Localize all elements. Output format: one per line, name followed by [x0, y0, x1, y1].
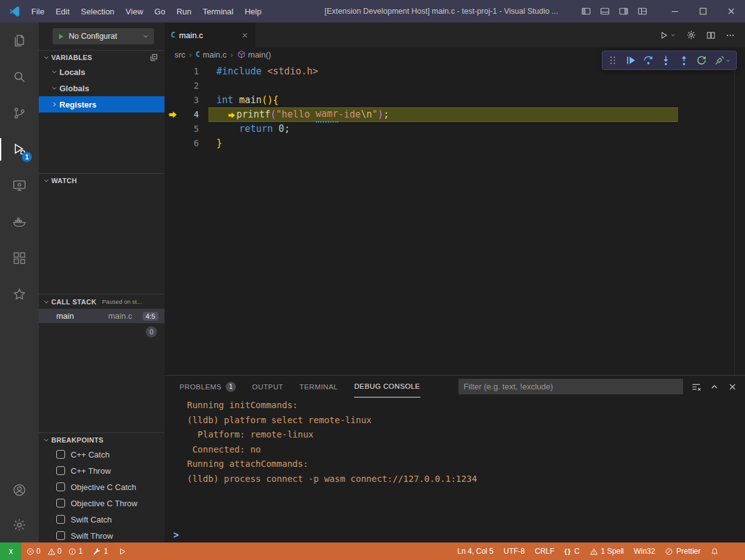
maximize-window[interactable]	[689, 0, 717, 22]
checkbox[interactable]	[56, 466, 65, 475]
breadcrumb-item-src[interactable]: src	[175, 50, 185, 59]
status-encoding[interactable]: UTF-8	[499, 542, 530, 560]
activity-search[interactable]	[0, 59, 39, 95]
status-language-mode[interactable]: {}C	[559, 542, 584, 560]
close-panel-icon[interactable]	[727, 382, 737, 392]
panel-tab-problems[interactable]: PROBLEMS1	[180, 376, 236, 398]
menu-file[interactable]: File	[26, 0, 50, 22]
menu-edit[interactable]: Edit	[50, 0, 75, 22]
menu-view[interactable]: View	[120, 0, 149, 22]
continue-button[interactable]	[622, 52, 638, 68]
checkbox[interactable]	[56, 515, 65, 524]
checkbox[interactable]	[56, 482, 65, 491]
breakpoint-objective-c-throw[interactable]: Objective C Throw	[39, 495, 165, 511]
watch-section-header[interactable]: WATCH	[39, 173, 165, 187]
status-notifications[interactable]	[706, 542, 724, 560]
collapse-all-icon[interactable]	[150, 53, 158, 62]
breakpoint-c-throw[interactable]: C++ Throw	[39, 462, 165, 479]
panel-tab-output[interactable]: OUTPUT	[252, 376, 283, 398]
run-or-debug-button[interactable]	[659, 31, 676, 40]
toggle-primary-sidebar[interactable]	[577, 0, 595, 22]
more-actions-button[interactable]	[726, 31, 735, 40]
breakpoint-swift-catch[interactable]: Swift Catch	[39, 511, 165, 528]
settings-gear-button[interactable]	[686, 30, 696, 40]
status-cursor-position[interactable]: Ln 4, Col 5	[452, 542, 499, 560]
menu-run[interactable]: Run	[171, 0, 197, 22]
variables-item-locals[interactable]: Locals	[39, 64, 165, 80]
callstack-frame[interactable]: main main.c 4:5	[39, 309, 165, 323]
status-bar-right: Ln 4, Col 5UTF-8CRLF{}C1 SpellWin32Prett…	[452, 542, 724, 560]
menu-help[interactable]: Help	[239, 0, 267, 22]
activity-remote-explorer[interactable]	[0, 168, 39, 204]
close-window[interactable]	[717, 0, 745, 22]
step-into-button[interactable]	[658, 52, 674, 68]
customize-layout[interactable]	[633, 0, 652, 22]
breakpoints-section-header[interactable]: BREAKPOINTS	[39, 432, 165, 446]
code-line-6[interactable]: 6}	[165, 136, 745, 151]
toggle-panel[interactable]	[595, 0, 614, 22]
checkbox[interactable]	[56, 499, 65, 508]
panel-tab-debug-console[interactable]: DEBUG CONSOLE	[354, 376, 420, 398]
console-prompt[interactable]: >	[173, 529, 179, 541]
breadcrumb-item-main[interactable]: main()	[237, 50, 271, 59]
gutter-glyph[interactable]	[165, 136, 181, 151]
status-platform[interactable]: Win32	[629, 542, 660, 560]
code-line-2[interactable]: 2	[165, 79, 745, 93]
split-editor-button[interactable]	[706, 31, 716, 40]
breakpoint-c-catch[interactable]: C++ Catch	[39, 446, 165, 462]
activity-source-control[interactable]	[0, 95, 39, 131]
breadcrumb-separator: ›	[230, 50, 233, 59]
variables-section-title: VARIABLES	[51, 54, 92, 61]
panel-tab-terminal[interactable]: TERMINAL	[300, 376, 338, 398]
close-tab-icon[interactable]	[241, 31, 249, 39]
status-eol[interactable]: CRLF	[530, 542, 559, 560]
breadcrumb-item-main-c[interactable]: Cmain.c	[196, 50, 227, 59]
activity-docker[interactable]	[0, 204, 39, 240]
gutter-glyph[interactable]	[165, 93, 181, 108]
variables-item-registers[interactable]: Registers	[39, 96, 165, 112]
activity-favorites[interactable]	[0, 276, 39, 312]
gutter-glyph[interactable]	[165, 64, 181, 79]
menu-terminal[interactable]: Terminal	[197, 0, 239, 22]
start-debugging-icon[interactable]	[57, 32, 65, 41]
variables-section-header[interactable]: VARIABLES	[39, 50, 165, 64]
activity-accounts[interactable]	[0, 472, 39, 508]
toggle-secondary-sidebar[interactable]	[614, 0, 633, 22]
status-tools[interactable]: 1	[88, 542, 113, 560]
status-remote[interactable]	[0, 542, 21, 560]
menu-go[interactable]: Go	[149, 0, 171, 22]
step-over-button[interactable]	[641, 52, 656, 68]
code-line-3[interactable]: 3int main(){	[165, 93, 745, 108]
code-line-5[interactable]: 5 return 0;	[165, 122, 745, 136]
console-filter-input[interactable]	[459, 379, 683, 394]
toolbar-gripper-button[interactable]	[605, 52, 621, 68]
gutter-glyph[interactable]	[165, 79, 181, 93]
tab-main-c[interactable]: C main.c	[165, 22, 255, 48]
callstack-section-header[interactable]: CALL STACK Paused on st...	[39, 294, 165, 309]
status-debug[interactable]	[113, 542, 131, 560]
breakpoint-swift-throw[interactable]: Swift Throw	[39, 528, 165, 542]
menu-selection[interactable]: Selection	[75, 0, 119, 22]
restart-button[interactable]	[694, 52, 709, 68]
activity-settings[interactable]	[0, 508, 39, 542]
variables-item-globals[interactable]: Globals	[39, 80, 165, 96]
editor[interactable]: 1#include <stdio.h>23int main(){4 printf…	[165, 61, 745, 375]
checkbox[interactable]	[56, 450, 65, 459]
breakpoint-objective-c-catch[interactable]: Objective C Catch	[39, 479, 165, 495]
code-line-4[interactable]: 4 printf("hello wamr-ide\n");	[165, 108, 745, 122]
maximize-panel-icon[interactable]	[709, 382, 719, 392]
status-problems[interactable]: 001	[21, 542, 88, 560]
status-prettier[interactable]: Prettier	[660, 542, 706, 560]
gutter-glyph[interactable]	[165, 108, 181, 122]
disconnect-button[interactable]	[711, 52, 734, 68]
clear-console-icon[interactable]	[691, 382, 701, 392]
status-spell-checker[interactable]: 1 Spell	[585, 542, 629, 560]
gutter-glyph[interactable]	[165, 122, 181, 136]
debug-config-dropdown[interactable]: No Configurat	[53, 28, 154, 44]
checkbox[interactable]	[56, 531, 65, 540]
activity-explorer[interactable]	[0, 22, 39, 59]
step-out-button[interactable]	[676, 52, 692, 68]
activity-extensions[interactable]	[0, 240, 39, 276]
minimize-window[interactable]	[661, 0, 689, 22]
activity-run-and-debug[interactable]: 1	[0, 131, 39, 168]
